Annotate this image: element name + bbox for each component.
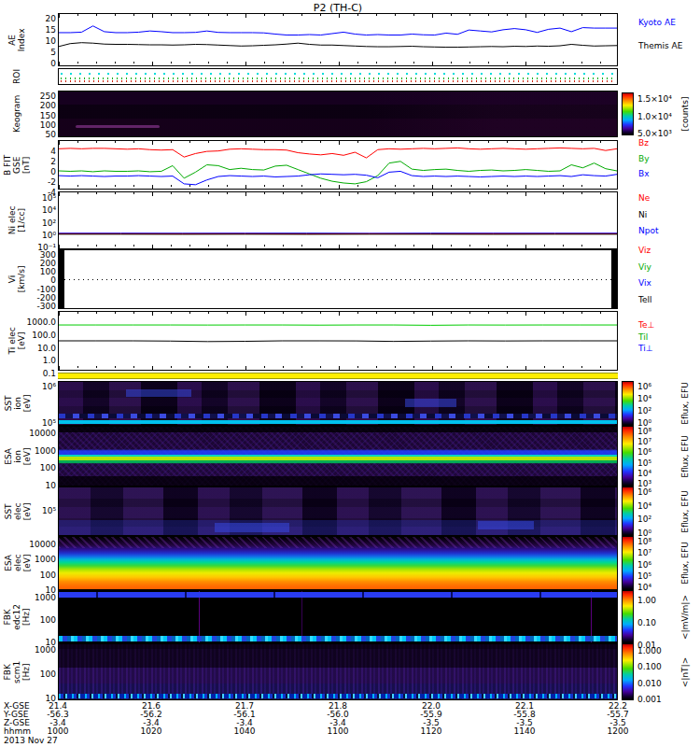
tick-label: 100 [40, 121, 56, 130]
tick-label: 10 [46, 37, 56, 46]
series-label: Ti⊥ [638, 345, 698, 353]
sst-ion-bottom-channel [59, 420, 617, 424]
tick-label: 10⁰ [42, 232, 56, 240]
date-label: 2013 Nov 27 [4, 736, 58, 745]
series-label: Te⊥ [638, 321, 698, 330]
tick-label: -2 [48, 178, 56, 187]
tick-label: 0.1 [43, 370, 56, 378]
colorbar-ticks-keogram: 1.5×10⁴1.0×10⁴5.0×10³ [637, 92, 677, 144]
spectrogram-esa-ion [58, 426, 618, 486]
tick-label: 1.000 [637, 647, 677, 655]
series-label: Ni [638, 211, 698, 219]
density-series-labels: NeNiNpot [638, 194, 698, 235]
tick-label: 4 [50, 148, 56, 156]
tick-label: 0 [50, 60, 56, 68]
fbk-edc12-high-freq-band [59, 592, 617, 598]
ae-index-lines [59, 14, 617, 65]
fbk-edc12-burst-lines [59, 591, 617, 642]
series-label: Themis AE [638, 42, 698, 50]
colorbar-unit-esa-elec: Eflux, EFU [674, 536, 696, 590]
tick-label: 10² [42, 219, 56, 228]
keogram-heatmap [58, 91, 618, 137]
axis-row-z-gse: Z-GSE -3.4-3.4-3.4-3.4-3.5-3.5-3.5 [0, 719, 700, 727]
tick-label: -300 [37, 303, 56, 311]
tick-label: 10⁸ [637, 538, 677, 546]
ae-series-labels: Kyoto AEThemis AE [638, 19, 698, 50]
panel-bfit [58, 140, 618, 190]
xtick-value: 1200 [608, 727, 629, 736]
ylabel-roi: ROI [0, 68, 35, 85]
spectrogram-sst-ion [58, 381, 618, 426]
tick-label: 10⁴ [637, 395, 677, 403]
tick-label: 10⁶ [637, 448, 677, 457]
spectrogram-sst-elec [58, 486, 618, 536]
series-label: Til [638, 333, 698, 342]
series-line-Bz [59, 148, 617, 158]
tick-label: 10⁴ [42, 206, 56, 215]
sst-elec-flux-block [215, 523, 289, 532]
fbk-scm1-low-freq-band [59, 694, 617, 698]
colorbar-sst-elec [622, 486, 634, 536]
yticks-ae-index: 20151050 [17, 13, 56, 70]
tick-label: 15 [46, 26, 56, 35]
series-label: Viz [638, 247, 698, 255]
colorbar-keogram [622, 92, 634, 135]
colorbar-ticks-esa-ion: 10⁸10⁷10⁶10⁵10⁴10³ [637, 426, 677, 492]
colorbar-unit-sst-ion: Eflux, EFU [674, 381, 696, 426]
bfit-lines [59, 141, 617, 189]
tick-label: 10⁷ [637, 549, 677, 557]
tick-label: 200 [40, 102, 56, 110]
fbk-edc12-low-freq-band [59, 636, 617, 641]
tick-label: 1000 [35, 646, 56, 655]
tick-label: 50 [46, 131, 56, 139]
colorbar-unit-keogram: [counts] [674, 92, 696, 135]
panel-temperature [58, 311, 618, 371]
colorbar-ticks-esa-elec: 10⁸10⁷10⁶10⁵10⁴ [637, 536, 677, 594]
density-lines [59, 192, 617, 248]
tick-label: 150 [40, 112, 56, 120]
roi-cyan-marker-row [61, 73, 615, 75]
tick-label: 5.0×10³ [637, 130, 677, 138]
tick-label: 5 [50, 49, 56, 57]
tick-label: 10000 [29, 430, 56, 438]
sst-ion-flux-block [405, 399, 456, 407]
axis-row-values: 1000102010401100112011401200 [58, 727, 618, 736]
tick-label: 10⁶ [42, 383, 56, 391]
keogram-aurora-streak [76, 125, 160, 128]
tick-label: 100 [40, 571, 56, 580]
yticks-keogram: 25020015010050 [17, 91, 56, 146]
axis-row-y-gse: Y-GSE -56.3-56.2-56.1-56.0-55.9-55.8-55.… [0, 711, 700, 719]
xtick-value: 1000 [48, 727, 69, 736]
temperature-series-labels: Te⊥TilTi⊥ [638, 321, 698, 353]
axis-row-label: hhmm [4, 727, 31, 736]
tick-label: 1.0×10⁴ [637, 113, 677, 121]
series-label: By [638, 155, 698, 163]
tick-label: 1000.0 [27, 318, 57, 327]
roi-red-marker-row [61, 80, 615, 82]
velocity-data-gap-right [611, 250, 617, 308]
tick-label: 10⁶ [637, 488, 677, 497]
series-label: Viy [638, 263, 698, 272]
tick-label: 10⁸ [637, 428, 677, 436]
sst-ion-flux-block [126, 389, 191, 397]
panel-ae-index [58, 13, 618, 66]
tick-label: 10⁷ [637, 438, 677, 446]
temperature-lines [59, 312, 617, 370]
spectrogram-fbk-edc12 [58, 590, 618, 643]
series-label: Bz [638, 139, 698, 148]
tick-label: 10⁵ [637, 459, 677, 468]
series-label: Ne [638, 194, 698, 203]
colorbar-sst-ion [622, 381, 634, 426]
tick-label: 0 [50, 168, 56, 176]
tick-label: 10⁵ [637, 572, 677, 581]
colorbar-ticks-sst-ion: 10⁶10⁴10²10⁰ [637, 381, 677, 430]
sst-elec-flux-block [478, 521, 534, 529]
colorbar-esa-elec [622, 536, 634, 590]
esa-elec-high-energy-speckle [59, 537, 617, 548]
tick-label: 100 [40, 670, 56, 679]
series-line-Themis AE [59, 43, 617, 48]
survey-mode-bar [58, 373, 618, 379]
tick-label: 100 [40, 616, 56, 625]
axis-row-hhmm: hhmm 1000102010401100112011401200 [0, 727, 700, 736]
tick-label: 1.5×10⁴ [637, 95, 677, 104]
